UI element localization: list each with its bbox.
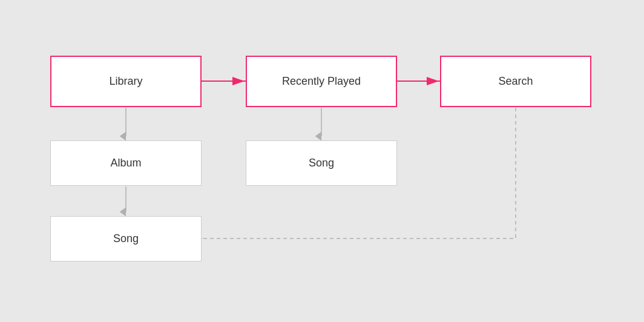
album-box: Album (50, 140, 202, 186)
library-box: Library (50, 56, 202, 107)
recently-played-box: Recently Played (246, 56, 397, 107)
song-recently-label: Song (309, 157, 334, 169)
search-label: Search (498, 75, 533, 88)
song-recently-box: Song (246, 140, 397, 186)
diagram-container: Library Recently Played Search Album Son… (0, 0, 644, 322)
search-box: Search (440, 56, 591, 107)
recently-played-label: Recently Played (282, 75, 361, 88)
song-library-box: Song (50, 216, 202, 261)
song-library-label: Song (113, 232, 139, 245)
album-label: Album (110, 157, 141, 169)
library-label: Library (109, 75, 142, 88)
